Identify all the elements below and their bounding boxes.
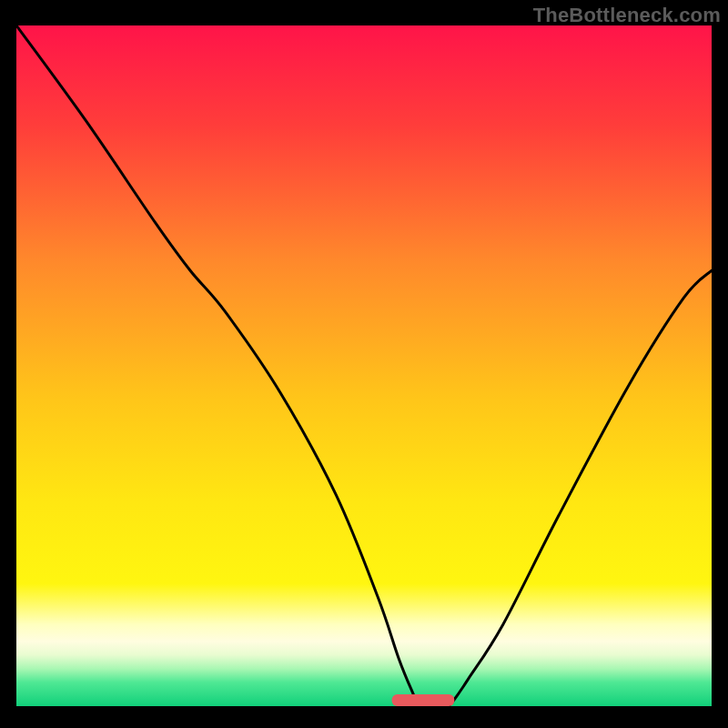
chart-frame: { "watermark": "TheBottleneck.com", "col… xyxy=(0,0,728,728)
svg-rect-0 xyxy=(16,25,712,706)
optimum-marker xyxy=(392,694,455,706)
watermark-text: TheBottleneck.com xyxy=(533,4,721,27)
bottleneck-chart xyxy=(16,25,712,706)
plot-area xyxy=(16,25,712,706)
